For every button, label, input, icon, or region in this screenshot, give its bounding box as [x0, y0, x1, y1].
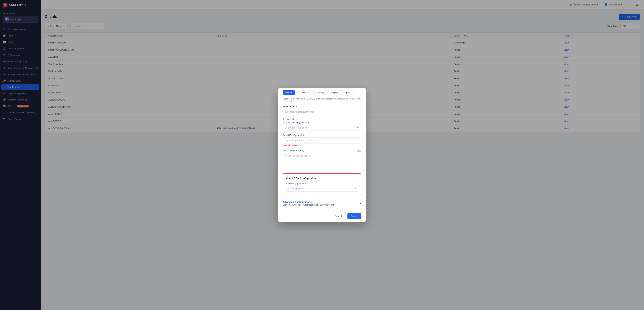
target-audience-info-icon: ℹ: [310, 121, 310, 124]
target-audience-label: Target Audience (Optional) ℹ: [283, 121, 361, 124]
add-more-button[interactable]: ⊕ + Add More: [283, 118, 361, 120]
description-group: Description (Optional) 0/256: [283, 149, 361, 170]
sdk-config-section: Client SDK Configuration Platform (Optio…: [283, 173, 361, 195]
create-button[interactable]: Create: [348, 213, 361, 219]
scope-btn-commerce[interactable]: commerce: [296, 90, 311, 95]
scope-btn-loyalty[interactable]: loyalty: [342, 90, 353, 95]
base-uri-info-icon: ℹ: [303, 134, 304, 136]
platform-group: Platform (Optional) ℹ Select platform: [286, 182, 358, 192]
plus-circle-icon: ⊕: [283, 118, 284, 120]
platform-info-icon: ℹ: [305, 182, 306, 185]
description-textarea[interactable]: [283, 153, 361, 170]
scope-btn-publishing[interactable]: publishing: [312, 90, 326, 95]
description-label: Description (Optional): [283, 149, 304, 152]
advanced-config-title: Advanced Configurations: [283, 201, 334, 203]
modal-footer: Cancel Create: [278, 210, 366, 222]
scope-buttons-row: account commerce publishing analytics lo…: [278, 90, 366, 97]
redirect-uri-input[interactable]: [283, 109, 361, 115]
advanced-config-subtitle: Configure Two-Factor Authentication and …: [283, 204, 334, 206]
base-uri-label: Base URI (Optional) ℹ: [283, 134, 361, 136]
advanced-config-section: Advanced Configurations Configure Two-Fa…: [283, 198, 361, 206]
base-uri-hint: Input valid url address: [283, 144, 361, 146]
scope-btn-analytics[interactable]: analytics: [328, 90, 341, 95]
create-client-modal: account commerce publishing analytics lo…: [278, 88, 366, 222]
modal-overlay[interactable]: account commerce publishing analytics lo…: [0, 0, 644, 310]
advanced-config-toggle[interactable]: Advanced Configurations Configure Two-Fa…: [283, 201, 361, 206]
modal-body: Scope is a mechanism in OAuth 2.0 to lim…: [278, 97, 366, 210]
char-count: 0/256: [356, 150, 361, 152]
platform-label: Platform (Optional) ℹ: [286, 182, 358, 185]
redirect-uri-group: Redirect URI ℹ: [283, 105, 361, 115]
base-uri-group: Base URI (Optional) ℹ Input valid url ad…: [283, 134, 361, 146]
redirect-uri-label: Redirect URI ℹ: [283, 105, 361, 108]
platform-select[interactable]: Select platform: [286, 186, 358, 192]
cancel-button[interactable]: Cancel: [331, 213, 346, 219]
scope-btn-account[interactable]: account: [283, 90, 295, 95]
redirect-uri-info-icon: ℹ: [296, 105, 297, 108]
target-audience-select[interactable]: Select target audience: [283, 125, 361, 131]
target-audience-group: Target Audience (Optional) ℹ Select targ…: [283, 121, 361, 131]
scope-note: Scope is a mechanism in OAuth 2.0 to lim…: [283, 97, 361, 102]
sdk-config-title: Client SDK Configuration: [286, 177, 358, 180]
base-uri-input[interactable]: [283, 137, 361, 143]
chevron-advanced-icon: ▾: [360, 202, 361, 205]
learn-more-link[interactable]: Learn More: [283, 100, 293, 102]
